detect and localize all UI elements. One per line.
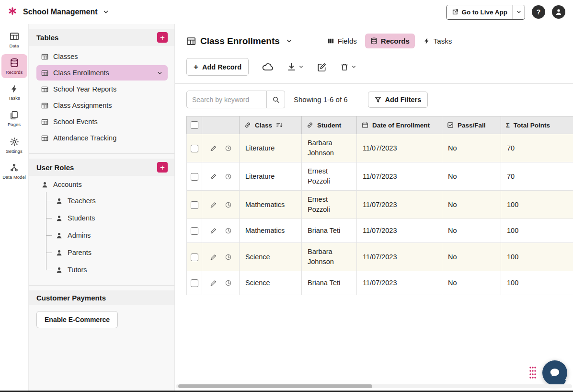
rail-item-tasks[interactable]: Tasks <box>1 81 27 104</box>
sidebar-item-admins[interactable]: Admins <box>29 227 174 244</box>
record-history-icon[interactable] <box>225 279 232 287</box>
rail-item-pages[interactable]: Pages <box>1 107 27 131</box>
tab-records[interactable]: Records <box>365 34 415 48</box>
delete-records-button[interactable] <box>340 63 356 71</box>
go-to-live-app-caret-button[interactable] <box>513 5 525 19</box>
export-download-button[interactable] <box>287 62 304 71</box>
row-actions-cell <box>202 219 240 243</box>
sidebar-item-tutors[interactable]: Tutors <box>29 261 174 278</box>
cell-class: Mathematics <box>240 219 302 243</box>
chevron-down-icon[interactable] <box>157 70 163 76</box>
records-table: Class Student <box>186 116 573 295</box>
select-all-checkbox[interactable] <box>191 121 198 129</box>
sidebar-item-school-year-reports[interactable]: School Year Reports <box>36 81 168 97</box>
search-input[interactable] <box>186 91 267 108</box>
sort-icon[interactable] <box>276 122 283 128</box>
tab-fields[interactable]: Fields <box>322 34 362 48</box>
user-roles-section-header: User Roles + <box>29 159 174 176</box>
table-icon <box>186 36 196 46</box>
drag-handle-dots-icon[interactable] <box>529 366 537 380</box>
user-avatar-button[interactable] <box>552 5 565 19</box>
table-row: Mathematics Ernest Pozzoli 11/07/2023 No… <box>187 191 573 219</box>
cell-date-of-enrollment: 11/07/2023 <box>357 219 442 243</box>
cell-total-points: 100 <box>501 191 573 219</box>
batch-edit-button[interactable] <box>317 62 327 72</box>
edit-record-icon[interactable] <box>210 145 217 152</box>
rail-item-data-model[interactable]: Data Model <box>1 160 27 184</box>
go-to-live-app-button[interactable]: Go to Live App <box>447 5 514 19</box>
edit-record-icon[interactable] <box>210 254 217 261</box>
sidebar-item-students[interactable]: Students <box>29 209 174 227</box>
sidebar-item-label: Tutors <box>68 266 87 274</box>
row-checkbox[interactable] <box>191 279 198 287</box>
record-history-icon[interactable] <box>225 201 232 208</box>
table-icon <box>41 69 48 77</box>
column-header-class[interactable]: Class <box>240 116 302 134</box>
person-icon <box>56 215 63 222</box>
horizontal-scrollbar-thumb[interactable] <box>178 384 372 388</box>
cell-total-points: 100 <box>501 219 573 243</box>
cloud-icon <box>262 62 274 71</box>
tables-list: Classes Class Enrollments School Year Re… <box>29 46 174 150</box>
add-filters-button[interactable]: Add Filters <box>368 92 428 108</box>
sidebar-item-teachers[interactable]: Teachers <box>29 192 174 209</box>
connection-icon <box>307 122 313 128</box>
edit-record-icon[interactable] <box>210 173 217 180</box>
add-table-button[interactable]: + <box>157 32 168 43</box>
column-label: Total Points <box>514 122 550 129</box>
plus-glyph: + <box>160 163 165 172</box>
row-actions-cell <box>202 191 240 219</box>
record-history-icon[interactable] <box>225 173 232 180</box>
add-record-button[interactable]: + Add Record <box>186 58 249 76</box>
cell-student: Barbara Johnson <box>302 134 357 162</box>
app-switcher-chevron-icon[interactable] <box>103 9 109 15</box>
chat-widget-button[interactable] <box>542 360 567 385</box>
sigma-icon: Σ <box>506 122 510 129</box>
column-header-pass-fail[interactable]: Pass/Fail <box>442 116 501 134</box>
row-checkbox[interactable] <box>191 227 198 235</box>
table-menu-chevron-icon[interactable] <box>286 37 293 45</box>
sidebar-item-accounts[interactable]: Accounts <box>36 177 168 192</box>
tab-tasks[interactable]: Tasks <box>418 34 457 48</box>
column-header-total-points[interactable]: Σ Total Points <box>501 116 573 134</box>
horizontal-scrollbar-track[interactable] <box>176 384 572 388</box>
checkbox-icon <box>447 122 454 128</box>
column-header-date-of-enrollment[interactable]: Date of Enrollment <box>357 116 442 134</box>
records-toolbar: + Add Record <box>175 51 573 84</box>
row-checkbox-cell <box>187 162 202 191</box>
user-roles-header-label: User Roles <box>36 163 74 172</box>
import-cloud-button[interactable] <box>262 62 274 71</box>
record-history-icon[interactable] <box>225 227 232 234</box>
record-history-icon[interactable] <box>225 145 232 152</box>
cell-total-points: 70 <box>501 162 573 191</box>
column-header-student[interactable]: Student <box>302 116 357 134</box>
sidebar-item-attendance-tracking[interactable]: Attendance Tracking <box>36 130 168 146</box>
enable-ecommerce-button[interactable]: Enable E-Commerce <box>36 311 118 328</box>
avatar-person-icon <box>555 8 562 16</box>
sidebar-item-school-events[interactable]: School Events <box>36 114 168 129</box>
cell-total-points: 100 <box>501 271 573 295</box>
table-row: Literature Barbara Johnson 11/07/2023 No… <box>187 134 573 162</box>
row-checkbox[interactable] <box>191 145 198 152</box>
help-button[interactable]: ? <box>532 5 545 19</box>
edit-record-icon[interactable] <box>210 227 217 234</box>
record-history-icon[interactable] <box>225 254 232 261</box>
sidebar-item-class-enrollments[interactable]: Class Enrollments <box>36 65 168 81</box>
rail-item-settings[interactable]: Settings <box>1 133 27 157</box>
cell-total-points: 70 <box>501 134 573 162</box>
cell-pass-fail: No <box>442 243 501 271</box>
edit-record-icon[interactable] <box>210 279 217 287</box>
search-button[interactable] <box>267 91 285 108</box>
row-checkbox[interactable] <box>191 201 198 209</box>
sidebar-item-parents[interactable]: Parents <box>29 244 174 261</box>
rail-item-data[interactable]: Data <box>1 28 27 52</box>
cell-pass-fail: No <box>442 134 501 162</box>
add-user-role-button[interactable]: + <box>157 162 168 173</box>
sidebar-item-class-assignments[interactable]: Class Assignments <box>36 98 168 113</box>
rail-item-records[interactable]: Records <box>1 54 27 78</box>
row-checkbox[interactable] <box>191 173 198 181</box>
row-checkbox[interactable] <box>191 254 198 261</box>
edit-record-icon[interactable] <box>210 201 217 208</box>
sidebar-item-classes[interactable]: Classes <box>36 49 168 64</box>
person-icon <box>56 232 63 239</box>
